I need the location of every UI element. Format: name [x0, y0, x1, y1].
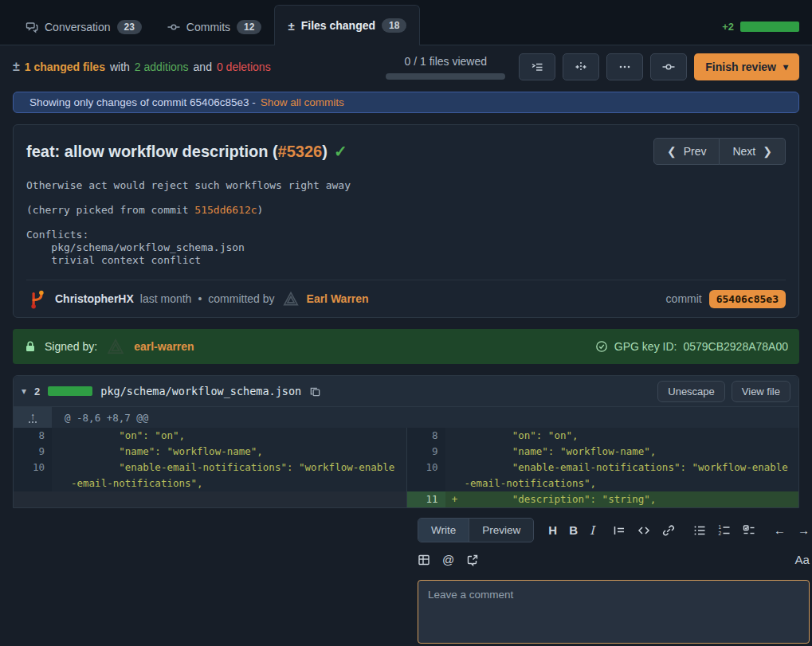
diff-line[interactable]: 9 "name": "workflow-name", — [407, 444, 799, 460]
commit-filter-banner: Showing only changes of commit 65406c85e… — [13, 92, 799, 113]
task-list-icon — [743, 524, 755, 537]
commit-message-line: Otherwise act would reject such workflow… — [26, 179, 786, 192]
pr-tabs: Conversation 23 Commits 12 ± Files chang… — [13, 0, 420, 45]
gpg-key-label: GPG key ID: — [614, 340, 677, 353]
bottom-spacer — [0, 508, 418, 646]
commit-title-text: feat: allow workflow description ( — [26, 143, 278, 160]
view-file-button[interactable]: View file — [732, 381, 790, 402]
reference-button[interactable] — [466, 554, 479, 566]
commit-author-row: ChristopherHX last month • committed by … — [26, 280, 786, 317]
diffstat-additions: +2 — [722, 21, 734, 33]
tab-conversation[interactable]: Conversation 23 — [13, 10, 155, 45]
issue-link[interactable]: #5326 — [278, 143, 323, 160]
changed-files-link[interactable]: 1 changed files — [25, 61, 105, 73]
commit-pager: ❮ Prev Next ❯ — [653, 138, 786, 165]
diff-summary-bar: ± 1 changed files with 2 additions and 0… — [0, 45, 812, 87]
expand-hunk-button[interactable]: ↑ — [14, 407, 52, 428]
select-commits-button[interactable] — [650, 53, 687, 80]
unordered-list-button[interactable] — [693, 524, 706, 537]
tab-preview[interactable]: Preview — [469, 519, 533, 542]
line-number[interactable]: 10 — [14, 460, 52, 491]
copy-path-button[interactable] — [309, 386, 321, 397]
svg-text:1: 1 — [718, 524, 721, 530]
commit-time: last month — [140, 292, 192, 305]
show-all-commits-link[interactable]: Show all commits — [261, 96, 344, 108]
ordered-list-button[interactable]: 12 — [718, 524, 731, 537]
signer-name-link[interactable]: earl-warren — [134, 340, 194, 353]
diff-line[interactable]: 10 "enable-email-notifications": "workfl… — [407, 460, 799, 491]
outdent-button[interactable]: ← — [774, 523, 786, 537]
line-code: "name": "workflow-name", — [465, 444, 799, 460]
split-view-toggle-button[interactable] — [563, 53, 599, 80]
conversation-count-badge: 23 — [117, 20, 142, 34]
line-number[interactable]: 9 — [14, 444, 52, 460]
line-number[interactable]: 9 — [407, 444, 445, 460]
chevron-left-icon: ❮ — [667, 145, 677, 158]
italic-button[interactable]: I — [590, 523, 594, 538]
diff-options-button[interactable] — [606, 53, 643, 80]
cherry-pick-text: (cherry picked from commit — [26, 204, 194, 216]
files-viewed-progress-bar — [386, 73, 505, 80]
code-icon — [637, 524, 650, 537]
file-tree-icon — [531, 61, 543, 73]
code-button[interactable] — [637, 524, 650, 537]
diff-placeholder-line — [14, 491, 406, 507]
heading-button[interactable]: H — [548, 523, 557, 537]
unescape-button[interactable]: Unescape — [657, 381, 725, 402]
table-icon — [418, 554, 430, 566]
gpg-key-group: GPG key ID: 0579CB2928A78A00 — [595, 340, 788, 353]
comment-editor: Write Preview H B I — [418, 508, 812, 646]
text-size-button[interactable]: Aa — [795, 553, 810, 566]
task-list-button[interactable] — [743, 524, 755, 537]
tab-files-changed[interactable]: ± Files changed 18 — [274, 5, 420, 45]
committer-name-link[interactable]: Earl Warren — [307, 292, 369, 305]
cherry-pick-close: ) — [257, 204, 264, 216]
line-number[interactable]: 11 — [407, 491, 445, 507]
diff-added-line[interactable]: 11+ "description": "string", — [407, 491, 799, 507]
next-commit-button[interactable]: Next ❯ — [720, 138, 786, 165]
prev-commit-button[interactable]: ❮ Prev — [653, 138, 720, 165]
file-diff-box: ▾ 2 pkg/schema/workflow_schema.json Unes… — [13, 375, 799, 508]
diff-line[interactable]: 8 "on": "on", — [407, 428, 799, 444]
link-button[interactable] — [662, 524, 675, 537]
line-number[interactable]: 10 — [407, 460, 445, 491]
commit-title-close: ) — [322, 143, 328, 160]
file-tree-toggle-button[interactable] — [519, 53, 555, 80]
diff-line[interactable]: 8 "on": "on", — [14, 428, 406, 444]
diff-line[interactable]: 10 "enable-email-notifications": "workfl… — [14, 460, 406, 491]
commit-title: feat: allow workflow description (#5326)… — [26, 138, 347, 165]
line-code: "on": "on", — [71, 428, 406, 444]
author-avatar[interactable] — [26, 288, 49, 310]
author-name-link[interactable]: ChristopherHX — [55, 292, 134, 305]
pr-diffstat: +2 — [722, 21, 799, 45]
comment-input[interactable] — [418, 580, 810, 644]
commit-sha-badge[interactable]: 65406c85e3 — [709, 290, 786, 308]
copy-icon — [309, 386, 321, 397]
line-number[interactable]: 8 — [407, 428, 445, 444]
tab-write[interactable]: Write — [418, 519, 469, 542]
diff-line[interactable]: 9 "name": "workflow-name", — [14, 444, 406, 460]
conversation-icon — [25, 21, 38, 33]
summary-and-label: and — [194, 61, 212, 73]
file-actions: Unescape View file — [657, 381, 790, 402]
quote-button[interactable] — [613, 524, 626, 537]
cherry-pick-sha-link[interactable]: 515dd6612c — [194, 204, 257, 216]
tab-commits[interactable]: Commits 12 — [155, 10, 275, 45]
comment-section: Write Preview H B I — [0, 508, 812, 646]
diff-right-column: 8 "on": "on", 9 "name": "workflow-name",… — [406, 428, 799, 507]
caret-down-icon: ▾ — [783, 61, 788, 72]
line-number[interactable]: 8 — [14, 428, 52, 444]
indent-button[interactable]: → — [798, 523, 810, 537]
mention-button[interactable]: @ — [442, 553, 454, 566]
bold-button[interactable]: B — [569, 523, 578, 537]
table-button[interactable] — [418, 554, 430, 566]
author-avatar-icon — [27, 288, 48, 309]
hunk-header-row: ↑ @ -8,6 +8,7 @@ — [14, 407, 798, 428]
signature-banner: Signed by: earl-warren GPG key ID: 0579C… — [13, 329, 799, 364]
finish-review-button[interactable]: Finish review ▾ — [694, 53, 799, 80]
commit-info-box: feat: allow workflow description (#5326)… — [13, 124, 799, 318]
committer-avatar[interactable] — [281, 289, 300, 308]
signer-avatar[interactable] — [105, 336, 126, 357]
line-code: "enable-email-notifications": "workflow-… — [71, 460, 406, 491]
collapse-file-chevron[interactable]: ▾ — [22, 386, 26, 397]
